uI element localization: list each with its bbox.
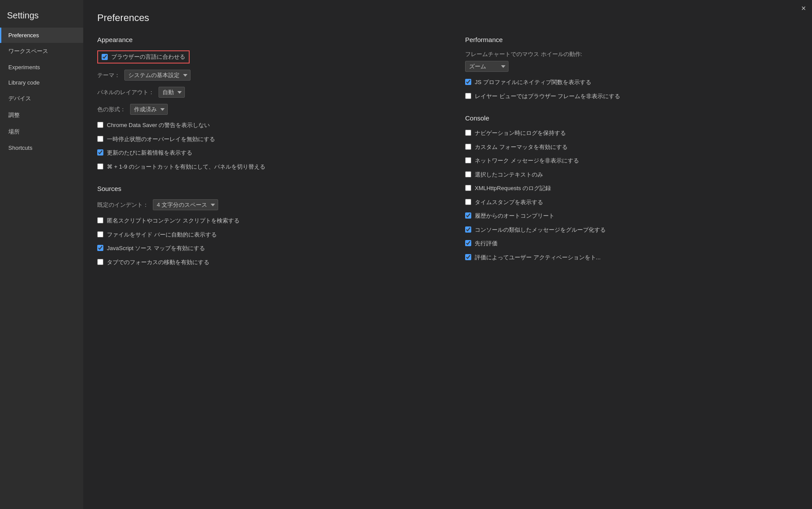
console-section: Console ナビゲーション時にログを保持するカスタム フォーマッタを有効にす… — [465, 114, 798, 262]
console-row-show-timestamps: タイムスタンプを表示する — [465, 198, 798, 207]
sources-row-auto-reveal: ファイルをサイド バーに自動的に表示する — [97, 230, 430, 239]
anon-scripts-checkbox[interactable] — [97, 217, 103, 223]
sources-section: Sources 既定のインデント： 4 文字分のスペース 2 文字分のスペース … — [97, 185, 430, 266]
sidebar-item-preferences[interactable]: Preferences — [0, 28, 83, 43]
pause-overlay-checkbox[interactable] — [97, 136, 103, 142]
console-row-hide-network: ネットワーク メッセージを非表示にする — [465, 156, 798, 165]
eager-eval-label[interactable]: 先行評価 — [475, 239, 498, 248]
console-row-group-similar: コンソールの類似したメッセージをグループ化する — [465, 226, 798, 234]
preserve-log-label[interactable]: ナビゲーション時にログを保持する — [475, 129, 566, 138]
tab-focus-label[interactable]: タブでのフォーカスの移動を有効にする — [107, 258, 209, 267]
custom-formatters-checkbox[interactable] — [465, 144, 471, 150]
xmlhttp-log-label[interactable]: XMLHttpRequests のログ記録 — [475, 184, 551, 193]
sidebar: Settings PreferencesワークスペースExperimentsLi… — [0, 0, 83, 509]
js-native-label[interactable]: JS プロファイルにネイティブ関数を表示する — [475, 78, 591, 87]
tab-focus-checkbox[interactable] — [97, 259, 103, 265]
main-content: Preferences Appearance ブラウザーの言語に合わせる — [83, 0, 812, 509]
sidebar-title: Settings — [0, 4, 83, 28]
pause-overlay-label[interactable]: 一時停止状態のオーバーレイを無効にする — [107, 135, 215, 144]
color-format-label: 色の形式： — [97, 106, 126, 113]
group-similar-label[interactable]: コンソールの類似したメッセージをグループ化する — [475, 226, 606, 234]
console-row-user-activation: 評価によってユーザー アクティベーションをト... — [465, 253, 798, 262]
performance-checkboxes: JS プロファイルにネイティブ関数を表示するレイヤー ビューではブラウザー フレ… — [465, 78, 798, 100]
panel-layout-label: パネルのレイアウト： — [97, 88, 154, 96]
sidebar-item-workspace[interactable]: ワークスペース — [0, 43, 83, 60]
hide-network-checkbox[interactable] — [465, 157, 471, 163]
performance-section-title: Performance — [465, 36, 798, 43]
eager-eval-checkbox[interactable] — [465, 240, 471, 246]
hide-browser-frames-checkbox[interactable] — [465, 93, 471, 99]
console-row-eager-eval: 先行評価 — [465, 239, 798, 248]
cmd-shortcut-label[interactable]: ⌘ + 1-9 のショートカットを有効にして、パネルを切り替える — [107, 163, 265, 171]
auto-reveal-label[interactable]: ファイルをサイド バーに自動的に表示する — [107, 230, 217, 239]
sources-row-anon-scripts: 匿名スクリプトやコンテンツ スクリプトを検索する — [97, 216, 430, 225]
hide-browser-frames-label[interactable]: レイヤー ビューではブラウザー フレームを非表示にする — [475, 92, 620, 101]
performance-row-hide-browser-frames: レイヤー ビューではブラウザー フレームを非表示にする — [465, 92, 798, 101]
console-section-title: Console — [465, 114, 798, 122]
auto-reveal-checkbox[interactable] — [97, 231, 103, 237]
columns-wrapper: Appearance ブラウザーの言語に合わせる テーマ： システムの基本設定 — [97, 36, 798, 280]
sources-row-js-source-maps: JavaScript ソース マップを有効にする — [97, 244, 430, 253]
indent-row: 既定のインデント： 4 文字分のスペース 2 文字分のスペース 8 文字分のスペ… — [97, 199, 430, 210]
console-row-preserve-log: ナビゲーション時にログを保持する — [465, 129, 798, 138]
sidebar-item-experiments[interactable]: Experiments — [0, 60, 83, 75]
xmlhttp-log-checkbox[interactable] — [465, 185, 471, 191]
color-format-row: 色の形式： 作成済み HEX RGB HSL — [97, 104, 430, 115]
right-column: Performance フレームチャートでのマウス ホイールの動作: ズーム ス… — [465, 36, 798, 280]
browser-lang-label[interactable]: ブラウザーの言語に合わせる — [111, 53, 185, 61]
console-row-xmlhttp-log: XMLHttpRequests のログ記録 — [465, 184, 798, 193]
sidebar-item-shortcuts[interactable]: Shortcuts — [0, 140, 83, 156]
indent-select[interactable]: 4 文字分のスペース 2 文字分のスペース 8 文字分のスペース タブ — [153, 199, 218, 210]
user-activation-label[interactable]: 評価によってユーザー アクティベーションをト... — [475, 253, 600, 262]
theme-label: テーマ： — [97, 71, 120, 79]
selected-context-checkbox[interactable] — [465, 171, 471, 177]
group-similar-checkbox[interactable] — [465, 226, 471, 233]
show-timestamps-checkbox[interactable] — [465, 199, 471, 205]
performance-row-js-native: JS プロファイルにネイティブ関数を表示する — [465, 78, 798, 87]
anon-scripts-label[interactable]: 匿名スクリプトやコンテンツ スクリプトを検索する — [107, 216, 240, 225]
console-checkboxes: ナビゲーション時にログを保持するカスタム フォーマッタを有効にするネットワーク … — [465, 129, 798, 262]
settings-dialog: × Settings PreferencesワークスペースExperiments… — [0, 0, 812, 509]
appearance-section-title: Appearance — [97, 36, 430, 43]
show-updates-label[interactable]: 更新のたびに新着情報を表示する — [107, 148, 192, 157]
console-row-custom-formatters: カスタム フォーマッタを有効にする — [465, 143, 798, 152]
cmd-shortcut-checkbox[interactable] — [97, 163, 103, 170]
panel-layout-row: パネルのレイアウト： 自動 水平 垂直 — [97, 87, 430, 98]
page-title: Preferences — [97, 12, 798, 24]
color-format-select[interactable]: 作成済み HEX RGB HSL — [130, 104, 168, 115]
js-source-maps-label[interactable]: JavaScript ソース マップを有効にする — [107, 244, 205, 253]
sources-checkboxes: 匿名スクリプトやコンテンツ スクリプトを検索するファイルをサイド バーに自動的に… — [97, 216, 430, 266]
chrome-data-saver-checkbox[interactable] — [97, 122, 103, 128]
theme-select[interactable]: システムの基本設定 Light Dark — [124, 70, 191, 81]
sidebar-item-throttling[interactable]: 調整 — [0, 107, 83, 124]
appearance-row-show-updates: 更新のたびに新着情報を表示する — [97, 148, 430, 157]
sidebar-item-library-code[interactable]: Library code — [0, 75, 83, 90]
selected-context-label[interactable]: 選択したコンテキストのみ — [475, 170, 543, 179]
show-updates-checkbox[interactable] — [97, 149, 103, 156]
appearance-checkboxes: Chrome Data Saver の警告を表示しない一時停止状態のオーバーレイ… — [97, 121, 430, 171]
history-autocomplete-label[interactable]: 履歴からのオートコンプリート — [475, 212, 554, 220]
theme-row: テーマ： システムの基本設定 Light Dark — [97, 70, 430, 81]
hide-network-label[interactable]: ネットワーク メッセージを非表示にする — [475, 156, 579, 165]
indent-label: 既定のインデント： — [97, 201, 148, 209]
left-column: Appearance ブラウザーの言語に合わせる テーマ： システムの基本設定 — [97, 36, 430, 280]
preserve-log-checkbox[interactable] — [465, 130, 471, 136]
appearance-row-chrome-data-saver: Chrome Data Saver の警告を表示しない — [97, 121, 430, 130]
history-autocomplete-checkbox[interactable] — [465, 212, 471, 219]
sources-row-tab-focus: タブでのフォーカスの移動を有効にする — [97, 258, 430, 267]
sidebar-item-locations[interactable]: 場所 — [0, 124, 83, 140]
js-native-checkbox[interactable] — [465, 79, 471, 85]
close-button[interactable]: × — [801, 4, 806, 12]
show-timestamps-label[interactable]: タイムスタンプを表示する — [475, 198, 543, 207]
appearance-section: Appearance ブラウザーの言語に合わせる テーマ： システムの基本設定 — [97, 36, 430, 171]
sidebar-item-devices[interactable]: デバイス — [0, 90, 83, 107]
console-row-selected-context: 選択したコンテキストのみ — [465, 170, 798, 179]
mouse-wheel-select[interactable]: ズーム スクロール — [465, 61, 508, 72]
user-activation-checkbox[interactable] — [465, 254, 471, 260]
js-source-maps-checkbox[interactable] — [97, 245, 103, 251]
panel-layout-select[interactable]: 自動 水平 垂直 — [159, 87, 185, 98]
custom-formatters-label[interactable]: カスタム フォーマッタを有効にする — [475, 143, 568, 152]
browser-lang-checkbox[interactable] — [102, 54, 108, 60]
chrome-data-saver-label[interactable]: Chrome Data Saver の警告を表示しない — [107, 121, 210, 130]
sources-section-title: Sources — [97, 185, 430, 192]
